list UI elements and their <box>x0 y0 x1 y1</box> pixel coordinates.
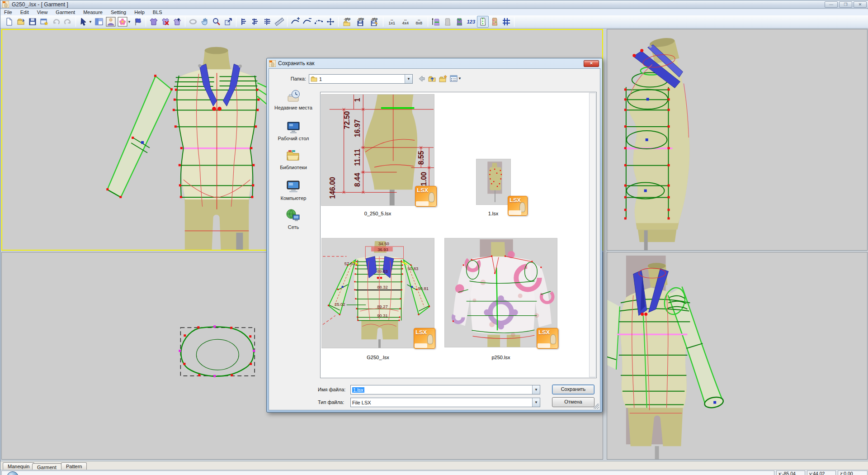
filename-dropdown-arrow[interactable]: ▼ <box>532 385 540 394</box>
sidebar-item-network[interactable]: Сеть <box>272 208 315 230</box>
measurement-label: 146.00 <box>329 177 336 199</box>
filetype-combobox[interactable]: File LSX ▼ <box>350 398 540 407</box>
menu-measure[interactable]: Measure <box>83 10 103 15</box>
garment-new-button[interactable] <box>148 16 160 28</box>
desktop-icon <box>285 120 302 135</box>
ruler-button[interactable] <box>274 16 285 28</box>
menu-edit[interactable]: Edit <box>20 10 29 15</box>
tab-pattern[interactable]: Pattern <box>61 462 87 470</box>
capture-button[interactable] <box>38 16 50 28</box>
measurement-label: 89.27 <box>377 304 388 309</box>
curve-remove-point-button[interactable] <box>301 16 313 28</box>
tree-list-button[interactable] <box>238 16 250 28</box>
gtp-save-button[interactable]: .gtp <box>354 16 368 28</box>
filename-combobox[interactable]: 1.lsx ▼ <box>350 385 540 394</box>
restore-button[interactable]: ❐ <box>839 1 852 8</box>
dialog-icon <box>269 60 276 67</box>
measurement-label: 90.81 <box>418 286 429 291</box>
gtp-open-button[interactable]: .gtp <box>340 16 354 28</box>
filetype-dropdown-arrow[interactable]: ▼ <box>532 398 540 407</box>
mannequin-measure-button[interactable] <box>430 16 442 28</box>
redo-button[interactable] <box>62 16 74 28</box>
view-tab-bar: Manequin Garment Pattern <box>0 461 868 470</box>
views-dropdown[interactable]: ▼ <box>458 76 462 81</box>
texture-flag-button[interactable] <box>132 16 144 28</box>
garment-export-button[interactable] <box>171 16 183 28</box>
menu-file[interactable]: File <box>4 10 12 15</box>
menu-setting[interactable]: Setting <box>111 10 126 15</box>
file-name-label[interactable]: G250_.lsx <box>321 355 434 360</box>
close-button[interactable]: ✕ <box>854 1 867 8</box>
lsx-file-badge: LSX <box>415 186 437 207</box>
save-button[interactable] <box>27 16 38 28</box>
sidebar-item-libraries[interactable]: Библиотеки <box>272 148 315 170</box>
tree-list-dots-button[interactable] <box>250 16 262 28</box>
grid-snap-button[interactable] <box>500 16 512 28</box>
sidebar-item-desktop[interactable]: Рабочий стол <box>272 120 315 141</box>
file-name-label[interactable]: 0_250_5.lsx <box>321 211 434 216</box>
save-confirm-button[interactable]: Сохранить <box>552 385 594 394</box>
file-name-label[interactable]: p250.lsx <box>444 355 557 360</box>
zoom-tool-button[interactable] <box>211 16 222 28</box>
gtp-save-as-button[interactable]: .gtp <box>368 16 381 28</box>
rotate-view-button[interactable] <box>187 16 199 28</box>
measurement-label: 16.97 <box>354 119 361 137</box>
folder-dropdown-arrow[interactable]: ▼ <box>405 75 412 83</box>
mannequin-editor-button[interactable] <box>105 16 117 28</box>
texture-flower-dropdown[interactable]: ▼ <box>127 20 131 24</box>
texture-flower-button[interactable] <box>117 16 128 28</box>
toolbar-separator <box>287 17 288 27</box>
grid-1x1-button[interactable]: ↔1x1 <box>385 16 399 28</box>
tab-manequin[interactable]: Manequin <box>3 462 34 470</box>
pattern-piece <box>179 325 255 377</box>
menu-help[interactable]: Help <box>134 10 145 15</box>
filename-label: Имя файла: <box>318 387 345 392</box>
pan-hand-button[interactable] <box>199 16 211 28</box>
fit-view-button[interactable] <box>222 16 234 28</box>
select-tool-dropdown[interactable]: ▼ <box>89 20 92 24</box>
curve-edit-points-button[interactable] <box>313 16 325 28</box>
minimize-button[interactable]: — <box>825 1 838 8</box>
menu-garment[interactable]: Garment <box>56 10 75 15</box>
up-folder-button[interactable] <box>427 74 437 84</box>
tree-list-double-button[interactable] <box>262 16 274 28</box>
grid-8x8-button[interactable]: ↔8x8 <box>412 16 426 28</box>
dialog-resize-grip[interactable] <box>594 404 599 409</box>
mannequin-texture-button[interactable] <box>489 16 500 28</box>
undo-button[interactable] <box>50 16 62 28</box>
dialog-title-bar[interactable]: Сохранить как ✕ <box>267 58 602 68</box>
garment-delete-button[interactable] <box>160 16 171 28</box>
views-button[interactable] <box>449 74 459 84</box>
grid-4x4-button[interactable]: ↔4x4 <box>399 16 412 28</box>
mannequin-dress-button[interactable] <box>453 16 465 28</box>
curve-add-point-button[interactable] <box>289 16 301 28</box>
viewport-layout-button[interactable] <box>93 16 105 28</box>
lsx-badge-bust <box>427 334 433 344</box>
folder-combobox[interactable]: 1 ▼ <box>309 74 413 84</box>
file-thumbnail-1[interactable] <box>476 159 511 205</box>
new-document-button[interactable] <box>3 16 15 28</box>
back-button[interactable] <box>416 74 426 84</box>
toolbar-separator <box>75 17 76 27</box>
new-folder-button[interactable] <box>438 74 448 84</box>
status-message-pane <box>1 470 774 475</box>
lsx-badge-text: LSX <box>417 187 428 194</box>
select-tool-button[interactable] <box>78 16 90 28</box>
mannequin-outline-button[interactable] <box>477 16 489 28</box>
cancel-button[interactable]: Отмена <box>552 397 594 407</box>
menu-bls[interactable]: BLS <box>153 10 162 15</box>
file-list-scrollbar[interactable] <box>589 93 596 377</box>
viewport-perspective[interactable] <box>607 252 868 460</box>
menu-view[interactable]: View <box>37 10 48 15</box>
toolbar-separator <box>428 17 428 27</box>
viewport-side[interactable] <box>607 29 868 251</box>
numbers-button[interactable]: 123 <box>465 16 477 28</box>
mannequin-plain-button[interactable] <box>442 16 453 28</box>
sidebar-item-computer[interactable]: Компьютер <box>272 179 315 201</box>
sidebar-item-recent-places[interactable]: Недавние места <box>272 89 315 110</box>
dialog-close-button[interactable]: ✕ <box>584 60 599 67</box>
measurement-label: 25.02 <box>335 302 345 307</box>
open-file-button[interactable] <box>15 16 27 28</box>
curve-move-point-button[interactable] <box>325 16 336 28</box>
sidebar-item-label: Рабочий стол <box>278 136 309 141</box>
